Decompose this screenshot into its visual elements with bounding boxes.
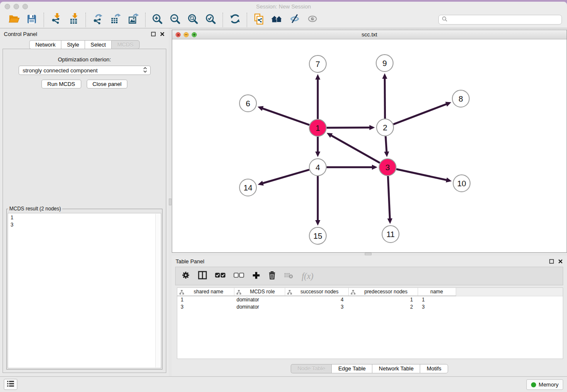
network-graph[interactable]: 7968124314101511 xyxy=(172,39,567,252)
optimization-criterion-select[interactable]: strongly connected component xyxy=(19,66,151,75)
table-settings-button[interactable] xyxy=(182,271,190,281)
graph-edge-3-10[interactable] xyxy=(396,169,448,180)
refresh-button[interactable] xyxy=(226,13,244,27)
panel-list-button[interactable] xyxy=(4,379,17,390)
float-panel-icon[interactable] xyxy=(548,259,554,265)
result-item[interactable]: 3 xyxy=(8,221,161,229)
edge-arrowhead xyxy=(369,125,375,130)
splitter-grip[interactable] xyxy=(169,199,171,205)
column-header-successor-nodes[interactable]: successor nodes xyxy=(285,288,348,296)
edge-arrowhead xyxy=(387,218,392,224)
add-column-button[interactable] xyxy=(252,271,260,281)
deselect-all-button[interactable] xyxy=(234,272,244,280)
table-row[interactable]: 1dominator411 xyxy=(177,296,563,303)
search-input[interactable] xyxy=(449,15,561,24)
graph-edge-4-14[interactable] xyxy=(262,170,309,184)
graph-node-label: 2 xyxy=(383,123,388,132)
import-network-button[interactable] xyxy=(47,13,65,27)
select-all-button[interactable] xyxy=(215,272,226,280)
close-panel-icon[interactable] xyxy=(557,259,563,265)
export-table-button[interactable] xyxy=(107,13,124,27)
zoom-fit-button[interactable] xyxy=(184,13,202,27)
table-cell[interactable]: 3 xyxy=(285,303,348,310)
close-panel-icon[interactable] xyxy=(159,31,165,37)
network-canvas[interactable]: 7968124314101511 xyxy=(172,39,567,252)
import-table-button[interactable] xyxy=(65,13,83,27)
delete-columns-button[interactable] xyxy=(268,271,276,281)
table-cell[interactable]: 1 xyxy=(177,296,234,303)
zoom-out-button[interactable] xyxy=(166,13,184,27)
column-header-predecessor-nodes[interactable]: predecessor nodes xyxy=(348,288,418,296)
search-box[interactable] xyxy=(438,15,562,25)
open-session-button[interactable] xyxy=(5,13,23,27)
float-panel-icon[interactable] xyxy=(150,31,156,37)
table-toolbar: f(x) xyxy=(175,267,563,285)
table-row[interactable]: 3dominator323 xyxy=(177,303,563,310)
memory-label: Memory xyxy=(539,381,559,388)
graph-node-label: 8 xyxy=(459,94,463,103)
clone-network-button[interactable] xyxy=(250,13,268,27)
close-panel-button[interactable]: Close panel xyxy=(87,80,128,88)
column-header-name[interactable]: name xyxy=(418,288,456,296)
show-eye-icon xyxy=(307,13,318,26)
export-network-icon xyxy=(92,13,104,26)
splitter-grip[interactable] xyxy=(365,253,372,255)
memory-button[interactable]: Memory xyxy=(526,379,563,390)
table-cell[interactable]: 1 xyxy=(418,296,456,303)
table-cell[interactable]: 4 xyxy=(285,296,348,303)
function-builder-button[interactable]: f(x) xyxy=(302,271,314,281)
first-neighbors-button[interactable] xyxy=(268,13,286,27)
vertical-splitter[interactable] xyxy=(169,28,172,376)
toolbar-separator xyxy=(247,13,247,27)
zoom-out-icon xyxy=(169,13,181,27)
graph-edge-3-11[interactable] xyxy=(388,176,390,220)
graph-edge-2-3[interactable] xyxy=(385,136,386,153)
table-cell[interactable]: dominator xyxy=(234,303,285,310)
graph-node-label: 1 xyxy=(316,124,320,133)
delete-table-button[interactable] xyxy=(284,272,294,281)
edge-arrowhead xyxy=(445,102,451,107)
control-panel-title: Control Panel xyxy=(4,31,37,37)
tab-style[interactable]: Style xyxy=(61,40,85,49)
table-cell[interactable]: 3 xyxy=(418,303,456,310)
result-scrollbar[interactable] xyxy=(155,214,160,367)
save-session-button[interactable] xyxy=(23,13,41,27)
export-image-button[interactable] xyxy=(124,13,142,27)
run-mcds-button[interactable]: Run MCDS xyxy=(41,80,81,88)
tab-select[interactable]: Select xyxy=(85,40,111,49)
horizontal-splitter[interactable] xyxy=(172,253,567,256)
trash-icon xyxy=(268,271,276,281)
column-header-mcds-role[interactable]: MCDS role xyxy=(234,288,285,296)
network-window-titlebar[interactable]: scc.txt xyxy=(172,30,567,39)
toggle-columns-button[interactable] xyxy=(198,271,207,281)
tab-motifs[interactable]: Motifs xyxy=(420,364,448,373)
tab-network[interactable]: Network xyxy=(29,40,61,49)
tab-edge-table[interactable]: Edge Table xyxy=(331,364,372,373)
table-cell[interactable]: 3 xyxy=(177,303,234,310)
column-header-shared-name[interactable]: shared name xyxy=(177,288,234,296)
toolbar-separator xyxy=(85,13,86,27)
graph-edge-1-6[interactable] xyxy=(261,108,309,125)
graph-edge-3-1[interactable] xyxy=(330,135,380,163)
table-cell[interactable]: 2 xyxy=(348,303,418,310)
tab-node-table[interactable]: Node Table xyxy=(291,364,332,373)
hide-selected-button[interactable] xyxy=(286,13,303,27)
hierarchy-icon xyxy=(179,290,184,296)
graph-edge-2-8[interactable] xyxy=(394,104,448,124)
export-network-button[interactable] xyxy=(89,13,107,27)
zoom-in-button[interactable] xyxy=(149,13,166,27)
table-cell[interactable]: dominator xyxy=(234,296,285,303)
graph-edge-1-2[interactable] xyxy=(327,127,371,128)
network-view-window: scc.txt 7968124314101511 xyxy=(172,30,567,253)
tab-mcds[interactable]: MCDS xyxy=(111,40,139,49)
table-cell[interactable]: 1 xyxy=(348,296,418,303)
network-window-title: scc.txt xyxy=(172,30,567,39)
zoom-selected-button[interactable] xyxy=(202,13,220,27)
search-icon xyxy=(442,16,448,24)
tab-network-table[interactable]: Network Table xyxy=(372,364,420,373)
show-all-button[interactable] xyxy=(303,13,321,27)
window-title: Session: New Session xyxy=(0,2,567,11)
graph-edge-2-9[interactable] xyxy=(385,77,385,119)
result-item[interactable]: 1 xyxy=(8,214,161,221)
mcds-result-list[interactable]: 13 xyxy=(8,213,161,368)
